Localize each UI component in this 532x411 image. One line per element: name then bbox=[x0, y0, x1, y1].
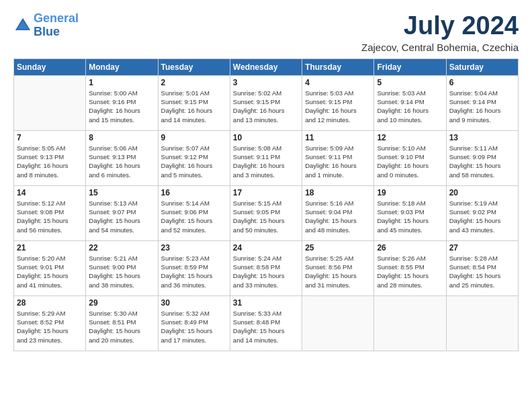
calendar-cell-w1-d7: 6Sunrise: 5:04 AM Sunset: 9:14 PM Daylig… bbox=[446, 75, 518, 130]
calendar-cell-w3-d5: 18Sunrise: 5:16 AM Sunset: 9:04 PM Dayli… bbox=[302, 185, 374, 240]
calendar-cell-w4-d7: 27Sunrise: 5:28 AM Sunset: 8:54 PM Dayli… bbox=[446, 240, 518, 295]
day-number: 29 bbox=[89, 298, 154, 308]
day-number: 8 bbox=[89, 133, 154, 142]
calendar-cell-w1-d1 bbox=[14, 75, 86, 130]
day-info: Sunrise: 5:06 AM Sunset: 9:13 PM Dayligh… bbox=[89, 144, 154, 179]
location-subtitle: Zajecov, Central Bohemia, Czechia bbox=[361, 42, 519, 53]
week-row-2: 7Sunrise: 5:05 AM Sunset: 9:13 PM Daylig… bbox=[14, 130, 519, 185]
calendar-cell-w5-d2: 29Sunrise: 5:30 AM Sunset: 8:51 PM Dayli… bbox=[86, 295, 158, 351]
calendar-cell-w5-d4: 31Sunrise: 5:33 AM Sunset: 8:48 PM Dayli… bbox=[230, 295, 302, 351]
day-number: 17 bbox=[233, 188, 299, 197]
day-info: Sunrise: 5:29 AM Sunset: 8:52 PM Dayligh… bbox=[17, 309, 83, 345]
calendar-cell-w1-d5: 4Sunrise: 5:03 AM Sunset: 9:15 PM Daylig… bbox=[302, 75, 374, 130]
day-info: Sunrise: 5:00 AM Sunset: 9:16 PM Dayligh… bbox=[89, 89, 154, 124]
calendar-cell-w4-d4: 24Sunrise: 5:24 AM Sunset: 8:58 PM Dayli… bbox=[230, 240, 302, 295]
day-info: Sunrise: 5:16 AM Sunset: 9:04 PM Dayligh… bbox=[305, 199, 371, 234]
week-row-3: 14Sunrise: 5:12 AM Sunset: 9:08 PM Dayli… bbox=[14, 185, 519, 240]
calendar-cell-w5-d6 bbox=[374, 295, 446, 351]
day-info: Sunrise: 5:20 AM Sunset: 9:01 PM Dayligh… bbox=[17, 254, 83, 289]
day-info: Sunrise: 5:01 AM Sunset: 9:15 PM Dayligh… bbox=[161, 89, 227, 124]
day-number: 19 bbox=[377, 188, 443, 197]
calendar-cell-w3-d4: 17Sunrise: 5:15 AM Sunset: 9:05 PM Dayli… bbox=[230, 185, 302, 240]
week-row-1: 1Sunrise: 5:00 AM Sunset: 9:16 PM Daylig… bbox=[14, 75, 519, 130]
day-number: 6 bbox=[449, 78, 515, 87]
calendar-cell-w5-d3: 30Sunrise: 5:32 AM Sunset: 8:49 PM Dayli… bbox=[158, 295, 230, 351]
day-number: 11 bbox=[305, 133, 371, 142]
calendar-cell-w1-d3: 2Sunrise: 5:01 AM Sunset: 9:15 PM Daylig… bbox=[158, 75, 230, 130]
day-number: 12 bbox=[377, 133, 443, 142]
calendar-cell-w2-d1: 7Sunrise: 5:05 AM Sunset: 9:13 PM Daylig… bbox=[14, 130, 86, 185]
day-number: 21 bbox=[17, 243, 83, 253]
day-info: Sunrise: 5:02 AM Sunset: 9:15 PM Dayligh… bbox=[233, 89, 299, 124]
day-info: Sunrise: 5:21 AM Sunset: 9:00 PM Dayligh… bbox=[89, 254, 154, 289]
col-saturday: Saturday bbox=[446, 58, 518, 75]
day-info: Sunrise: 5:25 AM Sunset: 8:56 PM Dayligh… bbox=[305, 254, 371, 289]
calendar-cell-w4-d6: 26Sunrise: 5:26 AM Sunset: 8:55 PM Dayli… bbox=[374, 240, 446, 295]
calendar-cell-w4-d1: 21Sunrise: 5:20 AM Sunset: 9:01 PM Dayli… bbox=[14, 240, 86, 295]
calendar-cell-w3-d1: 14Sunrise: 5:12 AM Sunset: 9:08 PM Dayli… bbox=[14, 185, 86, 240]
day-number: 31 bbox=[233, 298, 299, 308]
calendar-header-row: Sunday Monday Tuesday Wednesday Thursday… bbox=[14, 58, 519, 75]
day-info: Sunrise: 5:09 AM Sunset: 9:11 PM Dayligh… bbox=[305, 144, 371, 179]
calendar-cell-w2-d3: 9Sunrise: 5:07 AM Sunset: 9:12 PM Daylig… bbox=[158, 130, 230, 185]
day-number: 22 bbox=[89, 243, 154, 253]
day-info: Sunrise: 5:15 AM Sunset: 9:05 PM Dayligh… bbox=[233, 199, 299, 234]
day-info: Sunrise: 5:32 AM Sunset: 8:49 PM Dayligh… bbox=[161, 309, 227, 345]
day-info: Sunrise: 5:33 AM Sunset: 8:48 PM Dayligh… bbox=[233, 309, 299, 345]
calendar-cell-w5-d7 bbox=[446, 295, 518, 351]
col-wednesday: Wednesday bbox=[230, 58, 302, 75]
day-number: 26 bbox=[377, 243, 443, 253]
col-thursday: Thursday bbox=[302, 58, 374, 75]
month-title: July 2024 bbox=[361, 12, 519, 40]
calendar-cell-w2-d6: 12Sunrise: 5:10 AM Sunset: 9:10 PM Dayli… bbox=[374, 130, 446, 185]
day-number: 7 bbox=[17, 133, 83, 142]
calendar-cell-w4-d3: 23Sunrise: 5:23 AM Sunset: 8:59 PM Dayli… bbox=[158, 240, 230, 295]
calendar-cell-w2-d5: 11Sunrise: 5:09 AM Sunset: 9:11 PM Dayli… bbox=[302, 130, 374, 185]
calendar-cell-w1-d6: 5Sunrise: 5:03 AM Sunset: 9:14 PM Daylig… bbox=[374, 75, 446, 130]
day-info: Sunrise: 5:11 AM Sunset: 9:09 PM Dayligh… bbox=[449, 144, 515, 179]
calendar-cell-w3-d2: 15Sunrise: 5:13 AM Sunset: 9:07 PM Dayli… bbox=[86, 185, 158, 240]
calendar-cell-w5-d1: 28Sunrise: 5:29 AM Sunset: 8:52 PM Dayli… bbox=[14, 295, 86, 351]
calendar-cell-w3-d7: 20Sunrise: 5:19 AM Sunset: 9:02 PM Dayli… bbox=[446, 185, 518, 240]
day-number: 23 bbox=[161, 243, 227, 253]
day-info: Sunrise: 5:08 AM Sunset: 9:11 PM Dayligh… bbox=[233, 144, 299, 179]
day-number: 18 bbox=[305, 188, 371, 197]
col-monday: Monday bbox=[86, 58, 158, 75]
header: GeneralBlue July 2024 Zajecov, Central B… bbox=[13, 12, 519, 53]
day-number: 4 bbox=[305, 78, 371, 87]
col-friday: Friday bbox=[374, 58, 446, 75]
day-number: 20 bbox=[449, 188, 515, 197]
calendar-cell-w1-d2: 1Sunrise: 5:00 AM Sunset: 9:16 PM Daylig… bbox=[86, 75, 158, 130]
day-number: 3 bbox=[233, 78, 299, 87]
calendar-cell-w5-d5 bbox=[302, 295, 374, 351]
day-info: Sunrise: 5:24 AM Sunset: 8:58 PM Dayligh… bbox=[233, 254, 299, 289]
week-row-5: 28Sunrise: 5:29 AM Sunset: 8:52 PM Dayli… bbox=[14, 295, 519, 351]
calendar-cell-w1-d4: 3Sunrise: 5:02 AM Sunset: 9:15 PM Daylig… bbox=[230, 75, 302, 130]
col-tuesday: Tuesday bbox=[158, 58, 230, 75]
page: GeneralBlue July 2024 Zajecov, Central B… bbox=[0, 0, 532, 411]
day-info: Sunrise: 5:14 AM Sunset: 9:06 PM Dayligh… bbox=[161, 199, 227, 234]
day-number: 30 bbox=[161, 298, 227, 308]
calendar-cell-w3-d6: 19Sunrise: 5:18 AM Sunset: 9:03 PM Dayli… bbox=[374, 185, 446, 240]
day-info: Sunrise: 5:04 AM Sunset: 9:14 PM Dayligh… bbox=[449, 89, 515, 124]
day-number: 2 bbox=[161, 78, 227, 87]
day-number: 24 bbox=[233, 243, 299, 253]
day-number: 13 bbox=[449, 133, 515, 142]
day-info: Sunrise: 5:23 AM Sunset: 8:59 PM Dayligh… bbox=[161, 254, 227, 289]
logo-text: GeneralBlue bbox=[34, 12, 79, 39]
day-info: Sunrise: 5:03 AM Sunset: 9:15 PM Dayligh… bbox=[305, 89, 371, 124]
day-info: Sunrise: 5:03 AM Sunset: 9:14 PM Dayligh… bbox=[377, 89, 443, 124]
day-number: 9 bbox=[161, 133, 227, 142]
logo: GeneralBlue bbox=[13, 12, 79, 39]
day-info: Sunrise: 5:07 AM Sunset: 9:12 PM Dayligh… bbox=[161, 144, 227, 179]
day-info: Sunrise: 5:18 AM Sunset: 9:03 PM Dayligh… bbox=[377, 199, 443, 234]
day-info: Sunrise: 5:30 AM Sunset: 8:51 PM Dayligh… bbox=[89, 309, 154, 345]
week-row-4: 21Sunrise: 5:20 AM Sunset: 9:01 PM Dayli… bbox=[14, 240, 519, 295]
calendar-cell-w2-d7: 13Sunrise: 5:11 AM Sunset: 9:09 PM Dayli… bbox=[446, 130, 518, 185]
day-number: 15 bbox=[89, 188, 154, 197]
day-number: 1 bbox=[89, 78, 154, 87]
calendar-cell-w2-d4: 10Sunrise: 5:08 AM Sunset: 9:11 PM Dayli… bbox=[230, 130, 302, 185]
day-number: 25 bbox=[305, 243, 371, 253]
day-info: Sunrise: 5:26 AM Sunset: 8:55 PM Dayligh… bbox=[377, 254, 443, 289]
calendar-cell-w4-d2: 22Sunrise: 5:21 AM Sunset: 9:00 PM Dayli… bbox=[86, 240, 158, 295]
